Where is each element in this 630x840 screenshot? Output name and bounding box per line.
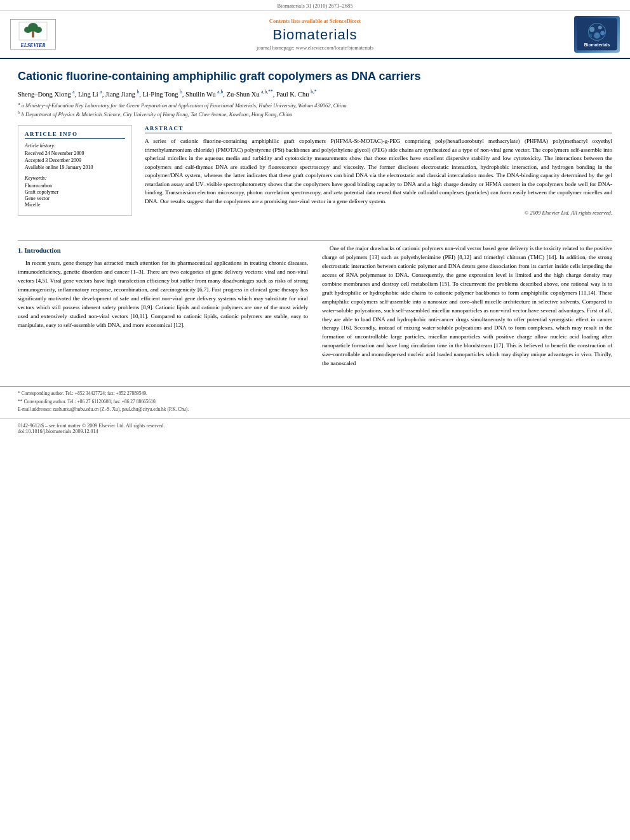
keyword-3: Gene vector: [25, 196, 125, 201]
section-divider: [18, 240, 612, 241]
keyword-4: Micelle: [25, 202, 125, 208]
keyword-2: Graft copolymer: [25, 189, 125, 195]
citation-text: Biomaterials 31 (2010) 2673–2685: [277, 3, 352, 9]
footer-doi: doi:10.1016/j.biomaterials.2009.12.014: [18, 429, 612, 434]
svg-rect-4: [32, 31, 34, 37]
page-wrapper: Biomaterials 31 (2010) 2673–2685 ELSEVIE…: [0, 0, 630, 840]
article-info-box: ARTICLE INFO Article history: Received 2…: [18, 125, 132, 216]
sciencedirect-link: Contents lists available at ScienceDirec…: [56, 18, 574, 24]
elsevier-logo: ELSEVIER: [10, 19, 56, 50]
sciencedirect-prefix: Contents lists available at: [269, 18, 330, 24]
elsevier-text: ELSEVIER: [20, 43, 45, 48]
article-content: Cationic fluorine-containing amphiphilic…: [0, 59, 630, 234]
footer-issn: 0142-9612/$ – see front matter © 2009 El…: [18, 423, 612, 429]
article-history: Article history: Received 24 November 20…: [25, 143, 125, 170]
footnote-3: E-mail addresses: zushunxu@hubu.edu.cn (…: [18, 406, 612, 413]
svg-point-9: [594, 32, 600, 39]
authors-line: Sheng–Dong Xiong a, Ling Li a, Jiang Jia…: [18, 89, 612, 98]
sciencedirect-name: ScienceDirect: [330, 18, 361, 24]
elsevier-tree-icon: [18, 21, 48, 41]
available-date: Available online 19 January 2010: [25, 164, 125, 170]
article-title: Cationic fluorine-containing amphiphilic…: [18, 69, 612, 84]
journal-homepage: journal homepage: www.elsevier.com/locat…: [56, 45, 574, 51]
journal-logo-right: Biomaterials: [574, 16, 620, 53]
svg-point-10: [588, 34, 592, 37]
svg-point-2: [24, 27, 32, 33]
affiliation-a: a a Ministry-of-Education Key Laboratory…: [18, 100, 612, 110]
abstract-text: A series of cationic fluorine-containing…: [145, 137, 612, 206]
affiliation-b: b b Department of Physics & Materials Sc…: [18, 109, 612, 119]
article-info-abstract-row: ARTICLE INFO Article history: Received 2…: [18, 125, 612, 216]
journal-branding: ELSEVIER Contents lists available at Sci…: [0, 11, 630, 59]
elsevier-logo-area: ELSEVIER: [10, 19, 56, 50]
copyright-line: © 2009 Elsevier Ltd. All rights reserved…: [145, 210, 612, 216]
svg-point-3: [34, 27, 42, 33]
top-citation-bar: Biomaterials 31 (2010) 2673–2685: [0, 0, 630, 11]
journal-title-center: Contents lists available at ScienceDirec…: [56, 18, 574, 51]
intro-para-left: In recent years, gene therapy has attrac…: [18, 259, 308, 330]
col-left: 1. Introduction In recent years, gene th…: [18, 244, 308, 372]
col-right: One of the major drawbacks of cationic p…: [322, 244, 612, 372]
biomaterials-logo-icon: Biomaterials: [577, 18, 617, 51]
svg-point-11: [600, 31, 605, 36]
keywords-label: Keywords:: [25, 175, 125, 181]
journal-main-title: Biomaterials: [56, 27, 574, 43]
svg-point-8: [598, 25, 602, 29]
footer-bar: 0142-9612/$ – see front matter © 2009 El…: [0, 418, 630, 438]
article-info-label: ARTICLE INFO: [25, 131, 125, 139]
body-two-col: 1. Introduction In recent years, gene th…: [18, 244, 612, 372]
affiliations: a a Ministry-of-Education Key Laboratory…: [18, 100, 612, 119]
footnote-1: * Corresponding author. Tel.: +852 34427…: [18, 390, 612, 397]
abstract-box: ABSTRACT A series of cationic fluorine-c…: [145, 125, 612, 216]
history-label: Article history:: [25, 143, 125, 149]
footnotes-section: * Corresponding author. Tel.: +852 34427…: [0, 386, 630, 413]
footnote-2: ** Corresponding author. Tel.: +86 27 61…: [18, 399, 612, 406]
accepted-date: Accepted 3 December 2009: [25, 157, 125, 163]
intro-heading: 1. Introduction: [18, 246, 308, 256]
body-content: 1. Introduction In recent years, gene th…: [0, 234, 630, 380]
intro-para-right: One of the major drawbacks of cationic p…: [322, 244, 612, 368]
abstract-label: ABSTRACT: [145, 125, 612, 133]
keyword-1: Fluorocarbon: [25, 183, 125, 189]
svg-text:Biomaterials: Biomaterials: [584, 43, 610, 47]
received-date: Received 24 November 2009: [25, 150, 125, 156]
svg-point-7: [589, 27, 594, 32]
